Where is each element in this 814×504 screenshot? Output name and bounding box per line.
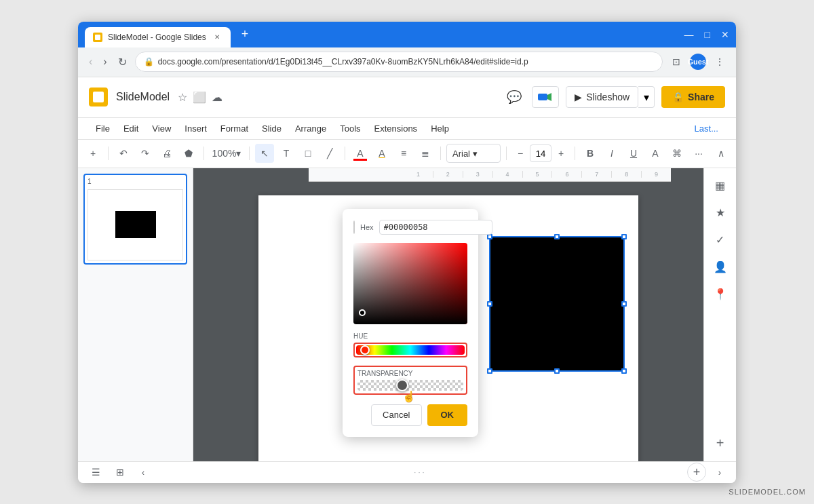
slideshow-button[interactable]: ▶ Slideshow xyxy=(566,86,638,108)
bookmark-icon[interactable]: ⊡ xyxy=(668,54,684,70)
handle-ml[interactable] xyxy=(487,301,492,307)
add-slide-button[interactable]: + xyxy=(687,463,706,482)
star-icon[interactable]: ☆ xyxy=(178,91,187,104)
more-button[interactable]: ··· xyxy=(689,144,708,163)
menu-slide[interactable]: Slide xyxy=(255,121,288,136)
zoom-button[interactable]: 100%▾ xyxy=(210,144,244,163)
header-right: 💬 ▶ Slideshow ▾ 🔒 Share xyxy=(503,86,725,108)
cancel-button[interactable]: Cancel xyxy=(371,404,421,426)
meet-button[interactable] xyxy=(532,86,559,108)
hex-input[interactable]: #00000058 xyxy=(379,220,492,235)
menu-tools[interactable]: Tools xyxy=(333,121,367,136)
menu-arrange[interactable]: Arrange xyxy=(288,121,333,136)
toolbar-divider-2 xyxy=(204,147,204,160)
handle-br[interactable] xyxy=(621,368,627,374)
right-icon-grid[interactable]: ▦ xyxy=(708,174,733,198)
profile-avatar[interactable]: Guest xyxy=(690,54,706,70)
toolbar-divider-6 xyxy=(506,147,507,160)
menu-extensions[interactable]: Extensions xyxy=(368,121,425,136)
menu-insert[interactable]: Insert xyxy=(178,121,214,136)
folder-icon[interactable]: ⬜ xyxy=(193,91,206,104)
address-bar: ‹ › ↻ 🔒 docs.google.com/presentation/d/1… xyxy=(78,47,736,77)
comment-button[interactable]: 💬 xyxy=(503,86,525,108)
refresh-button[interactable]: ↻ xyxy=(115,53,130,71)
gradient-dark xyxy=(353,243,467,324)
ok-button[interactable]: OK xyxy=(427,404,468,426)
shape-tool[interactable]: □ xyxy=(298,144,317,163)
bold-button[interactable]: B xyxy=(581,144,600,163)
right-expand-button[interactable]: › xyxy=(712,464,728,480)
right-icon-star[interactable]: ★ xyxy=(708,201,733,225)
menu-last[interactable]: Last... xyxy=(688,121,725,136)
hue-slider[interactable] xyxy=(356,345,465,355)
font-selector[interactable]: Arial ▾ xyxy=(446,144,501,163)
new-tab-button[interactable]: + xyxy=(236,24,254,44)
handle-bl[interactable] xyxy=(487,368,492,374)
align-button[interactable]: ≡ xyxy=(394,144,413,163)
hex-label: Hex xyxy=(360,223,374,231)
maximize-button[interactable]: □ xyxy=(705,29,710,40)
right-icon-map[interactable]: 📍 xyxy=(708,282,733,307)
font-size-increase[interactable]: + xyxy=(553,145,569,161)
menu-icon[interactable]: ⋮ xyxy=(712,54,728,70)
handle-tm[interactable] xyxy=(554,234,560,239)
italic-button[interactable]: I xyxy=(602,144,621,163)
handle-mr[interactable] xyxy=(621,301,627,307)
add-button[interactable]: + xyxy=(83,144,102,163)
right-icon-add[interactable]: + xyxy=(708,431,733,456)
line-color-button[interactable]: A xyxy=(372,144,391,163)
minimize-button[interactable]: — xyxy=(684,29,694,40)
cloud-icon[interactable]: ☁ xyxy=(212,91,222,104)
url-bar[interactable]: 🔒 docs.google.com/presentation/d/1Eg0Di1… xyxy=(135,52,663,72)
fill-color-button[interactable]: A xyxy=(351,144,370,163)
undo-button[interactable]: ↶ xyxy=(114,144,133,163)
menu-edit[interactable]: Edit xyxy=(117,121,145,136)
font-size-input[interactable]: 14 xyxy=(530,144,551,162)
line-tool[interactable]: ╱ xyxy=(320,144,339,163)
bottom-center: · · · xyxy=(151,468,687,476)
handle-tr[interactable] xyxy=(621,234,627,239)
handle-bm[interactable] xyxy=(554,368,560,374)
menu-view[interactable]: View xyxy=(145,121,178,136)
highlight-button[interactable]: ⌘ xyxy=(667,144,686,163)
color-gradient[interactable] xyxy=(353,243,467,324)
expand-button[interactable]: ‹ xyxy=(135,464,151,480)
selected-rectangle[interactable] xyxy=(489,236,625,372)
slide-thumbnail-1[interactable]: 1 xyxy=(83,174,187,265)
transparency-label: TRANSPARENCY xyxy=(357,370,463,377)
handle-tl[interactable] xyxy=(487,234,492,239)
menu-help[interactable]: Help xyxy=(424,121,456,136)
browser-tab[interactable]: SlideModel - Google Slides ✕ xyxy=(85,27,231,47)
toolbar-divider-1 xyxy=(108,147,109,160)
cursor-tool[interactable]: ↖ xyxy=(255,144,274,163)
font-size-decrease[interactable]: − xyxy=(512,145,528,161)
text-tool[interactable]: T xyxy=(277,144,296,163)
transparency-slider[interactable]: ☝ xyxy=(357,380,463,391)
tab-favicon xyxy=(93,33,102,42)
back-button[interactable]: ‹ xyxy=(86,53,95,71)
menu-file[interactable]: File xyxy=(89,121,117,136)
forward-button[interactable]: › xyxy=(100,53,109,71)
right-icon-check[interactable]: ✓ xyxy=(708,228,733,252)
redo-button[interactable]: ↷ xyxy=(136,144,155,163)
filmstrip-view-button[interactable]: ⊞ xyxy=(111,464,130,480)
grid-view-button[interactable]: ☰ xyxy=(86,464,105,480)
title-bar: SlideModel - Google Slides ✕ + — □ ✕ xyxy=(78,22,736,47)
share-button[interactable]: 🔒 Share xyxy=(661,86,725,108)
menu-format[interactable]: Format xyxy=(214,121,255,136)
tab-title: SlideModel - Google Slides xyxy=(108,33,206,42)
canvas-area[interactable]: 1 2 3 4 5 6 7 8 9 xyxy=(193,168,703,461)
right-icon-person[interactable]: 👤 xyxy=(708,255,733,279)
page-indicator: · · · xyxy=(414,468,424,476)
toolbar-divider-3 xyxy=(249,147,250,160)
line-spacing-button[interactable]: ≣ xyxy=(416,144,435,163)
close-button[interactable]: ✕ xyxy=(721,29,729,40)
text-color-button[interactable]: A xyxy=(646,144,665,163)
paint-format-button[interactable]: ⬟ xyxy=(179,144,198,163)
slideshow-dropdown[interactable]: ▾ xyxy=(638,86,655,108)
print-button[interactable]: 🖨 xyxy=(157,144,176,163)
tab-close-button[interactable]: ✕ xyxy=(212,32,222,43)
underline-button[interactable]: U xyxy=(624,144,643,163)
collapse-button[interactable]: ∧ xyxy=(712,144,731,163)
toolbar: + ↶ ↷ 🖨 ⬟ 100%▾ ↖ T □ ╱ A A ≡ ≣ Arial ▾ … xyxy=(78,140,736,168)
